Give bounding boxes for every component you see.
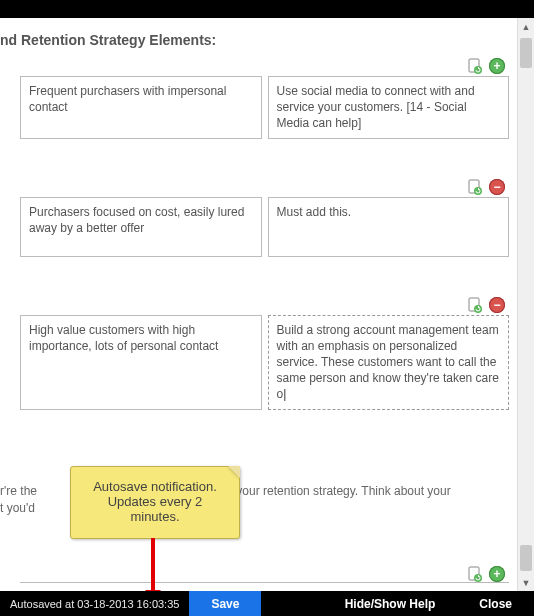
strategy-row: Frequent purchasers with impersonal cont… [20,76,509,139]
close-button[interactable]: Close [457,591,534,616]
strategy-left-cell[interactable]: Frequent purchasers with impersonal cont… [20,76,262,139]
section-controls: + [0,58,509,74]
hide-show-help-button[interactable]: Hide/Show Help [323,591,458,616]
page-refresh-icon[interactable] [467,297,483,313]
strategy-right-cell-editing[interactable]: Build a strong account management team w… [268,315,510,410]
strategy-right-cell[interactable]: Use social media to connect with and ser… [268,76,510,139]
scroll-thumb-lower[interactable] [520,545,532,571]
strategy-section: − High value customers with high importa… [0,297,509,410]
instruction-fragment-left: r're the [0,484,37,498]
page-refresh-icon[interactable] [467,58,483,74]
save-button[interactable]: Save [189,591,261,616]
note-line: Autosave notification. [93,479,217,494]
note-line: Updates every 2 [108,494,203,509]
autosave-status: Autosaved at 03-18-2013 16:03:35 [0,591,189,616]
text-cursor [283,387,286,401]
callout-arrow [151,538,155,591]
lower-section: + [0,566,509,588]
vertical-scrollbar[interactable]: ▲ ▼ [517,18,534,591]
instruction-fragment-line2: t you'd [0,501,35,515]
remove-icon[interactable]: − [489,297,505,313]
bottom-toolbar: Autosaved at 03-18-2013 16:03:35 Save Hi… [0,591,534,616]
lower-row-edge [20,582,509,588]
strategy-left-cell[interactable]: Purchasers focused on cost, easily lured… [20,197,262,257]
add-icon[interactable]: + [489,58,505,74]
strategy-right-cell[interactable]: Must add this. [268,197,510,257]
section-controls: − [0,297,509,313]
scroll-thumb[interactable] [520,38,532,68]
strategy-section: − Purchasers focused on cost, easily lur… [0,179,509,257]
window-titlebar-dark [0,0,534,18]
page-refresh-icon[interactable] [467,179,483,195]
strategy-left-cell[interactable]: High value customers with high importanc… [20,315,262,410]
section-heading: nd Retention Strategy Elements: [0,32,509,48]
remove-icon[interactable]: − [489,179,505,195]
toolbar-spacer [261,591,322,616]
note-line: minutes. [130,509,179,524]
editing-text: Build a strong account management team w… [277,323,499,402]
strategy-section: + Frequent purchasers with impersonal co… [0,58,509,139]
content-area: nd Retention Strategy Elements: + Freque… [0,18,534,591]
autosave-tooltip-note: Autosave notification. Updates every 2 m… [70,466,240,539]
section-controls: + [0,566,509,582]
add-icon[interactable]: + [489,566,505,582]
strategy-row: Purchasers focused on cost, easily lured… [20,197,509,257]
scroll-down-button[interactable]: ▼ [518,574,534,591]
scroll-up-button[interactable]: ▲ [518,18,534,35]
instruction-fragment-right: in your retention strategy. Think about … [224,484,451,498]
section-controls: − [0,179,509,195]
page-refresh-icon[interactable] [467,566,483,582]
strategy-row: High value customers with high importanc… [20,315,509,410]
